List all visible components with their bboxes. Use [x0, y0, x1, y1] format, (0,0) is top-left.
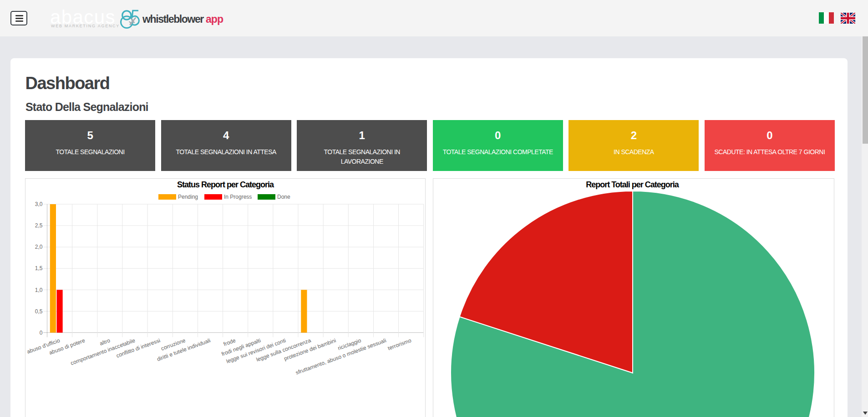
svg-text:0,5: 0,5: [35, 308, 43, 315]
svg-text:Report Totali per Categoria: Report Totali per Categoria: [586, 180, 680, 189]
svg-text:In Progress: In Progress: [224, 194, 252, 200]
svg-text:altro: altro: [99, 337, 111, 347]
svg-text:Status Report per Categoria: Status Report per Categoria: [177, 180, 274, 189]
svg-text:Pending: Pending: [178, 194, 198, 200]
svg-text:3,0: 3,0: [35, 201, 43, 207]
svg-text:2,5: 2,5: [35, 222, 43, 229]
svg-text:terrorismo: terrorismo: [387, 337, 412, 352]
svg-text:0: 0: [40, 330, 43, 336]
svg-text:1,0: 1,0: [35, 287, 43, 293]
svg-text:Done: Done: [277, 194, 290, 200]
svg-text:1,5: 1,5: [35, 265, 43, 271]
svg-text:2,0: 2,0: [35, 244, 43, 250]
